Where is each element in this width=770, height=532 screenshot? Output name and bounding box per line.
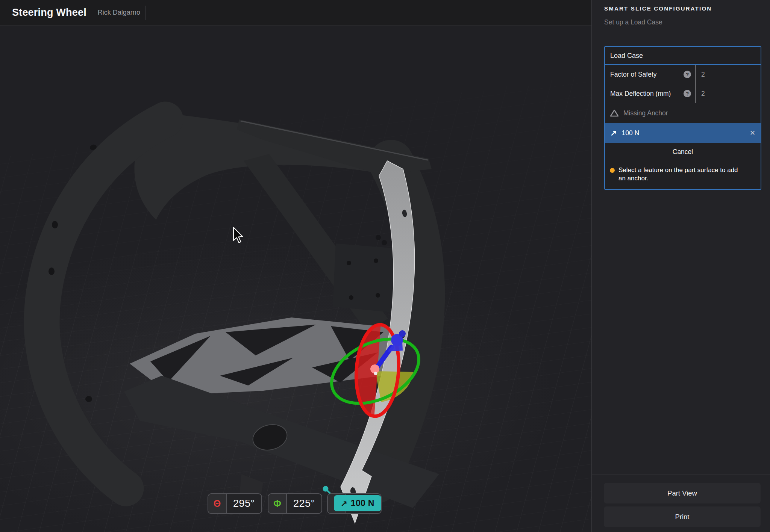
max-deflection-label: Max Deflection (mm) [605, 84, 681, 103]
hint-bullet-icon [610, 168, 615, 173]
sidebar-subtitle: Set up a Load Case [604, 18, 662, 26]
load-item-label: 100 N [622, 129, 745, 137]
help-icon[interactable]: ? [684, 71, 691, 78]
hint-row: Select a feature on the part surface to … [605, 161, 761, 189]
part-view-button[interactable]: Part View [604, 483, 761, 503]
factor-of-safety-label: Factor of Safety [605, 65, 681, 84]
cancel-button[interactable]: Cancel [605, 143, 761, 161]
close-icon[interactable]: ✕ [750, 129, 761, 137]
page-title: Steering Wheel [12, 7, 86, 18]
phi-icon-cell: Φ [268, 494, 287, 513]
top-bar: Steering Wheel Rick Dalgarno [0, 0, 591, 26]
theta-icon: Θ [214, 498, 221, 509]
theta-value[interactable]: 295° [227, 494, 261, 513]
missing-anchor-item[interactable]: Missing Anchor [605, 103, 761, 123]
missing-anchor-label: Missing Anchor [623, 109, 668, 117]
gizmo-center-dot [374, 372, 377, 375]
project-author: Rick Dalgarno [98, 9, 140, 17]
phi-icon: Φ [273, 498, 281, 509]
load-item-selected[interactable]: ↗ 100 N ✕ [605, 123, 761, 143]
viewport-3d[interactable]: Θ 295° Φ 225° ↗ 100 N [0, 25, 591, 532]
load-magnitude-value: 100 N [351, 498, 374, 508]
print-button[interactable]: Print [604, 506, 761, 527]
factor-of-safety-row: Factor of Safety ? 2 [605, 65, 761, 84]
sidebar-divider [592, 475, 770, 475]
scene-canvas [0, 25, 591, 532]
sidebar-section-title: SMART SLICE CONFIGURATION [604, 5, 712, 12]
panel-title: Load Case [605, 47, 761, 65]
phi-value[interactable]: 225° [287, 494, 321, 513]
load-arrow-icon: ↗ [341, 499, 347, 508]
app-window: Steering Wheel Rick Dalgarno [0, 0, 770, 532]
anchor-triangle-icon [609, 109, 619, 118]
theta-icon-cell: Θ [208, 494, 227, 513]
header-divider [146, 6, 146, 20]
max-deflection-row: Max Deflection (mm) ? 2 [605, 84, 761, 103]
smart-slice-sidebar: SMART SLICE CONFIGURATION Set up a Load … [591, 0, 770, 532]
theta-angle-control[interactable]: Θ 295° [208, 493, 262, 514]
help-icon[interactable]: ? [684, 90, 691, 97]
max-deflection-input[interactable]: 2 [696, 84, 761, 103]
factor-of-safety-input[interactable]: 2 [696, 65, 761, 84]
load-magnitude-button[interactable]: ↗ 100 N [334, 495, 381, 511]
load-arrow-icon: ↗ [610, 128, 617, 138]
hint-text: Select a feature on the part surface to … [618, 166, 743, 183]
load-case-panel: Load Case Factor of Safety ? 2 Max Defle… [604, 46, 761, 190]
phi-angle-control[interactable]: Φ 225° [268, 493, 322, 514]
